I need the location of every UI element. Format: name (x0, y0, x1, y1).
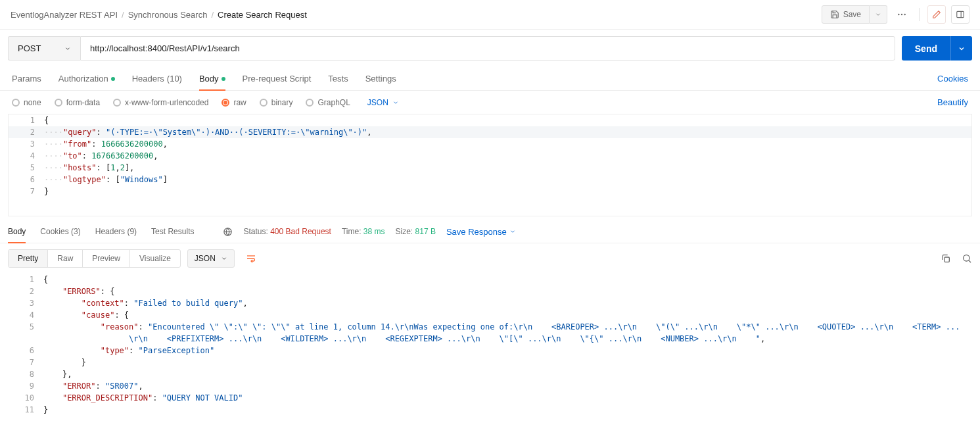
wrap-toggle[interactable] (241, 249, 261, 268)
resp-tab-body[interactable]: Body (8, 220, 26, 243)
panel-icon (956, 10, 965, 19)
chevron-down-icon (509, 228, 516, 235)
method-select[interactable]: POST (8, 36, 80, 61)
svg-line-10 (969, 260, 971, 262)
breadcrumb-current: Create Search Request (218, 10, 307, 20)
tab-body[interactable]: Body (199, 67, 225, 90)
chevron-down-icon (392, 99, 399, 106)
svg-point-9 (964, 255, 969, 261)
resp-tab-tests[interactable]: Test Results (151, 220, 194, 243)
tab-settings[interactable]: Settings (365, 67, 396, 90)
body-type-urlencoded[interactable]: x-www-form-urlencoded (113, 98, 208, 107)
response-format-select[interactable]: JSON (187, 249, 235, 268)
chevron-down-icon (875, 11, 881, 18)
body-type-formdata[interactable]: form-data (55, 98, 100, 107)
body-type-none[interactable]: none (12, 98, 41, 107)
view-visualize[interactable]: Visualize (130, 250, 180, 267)
chevron-down-icon (64, 45, 71, 52)
dots-icon (897, 9, 907, 20)
save-label: Save (843, 10, 861, 19)
response-body-editor[interactable]: 1{ 2 "ERRORS": { 3 "context": "Failed to… (8, 274, 972, 416)
chevron-down-icon (221, 255, 227, 262)
request-tabs: Params Authorization Headers (10) Body P… (0, 67, 980, 91)
response-toolbar: Pretty Raw Preview Visualize JSON (0, 243, 980, 274)
radio-icon (306, 99, 314, 107)
url-input[interactable] (80, 36, 895, 61)
more-menu-button[interactable] (893, 5, 911, 24)
time-meta: Time: 38 ms (342, 227, 385, 236)
app-header: EventlogAnalyzer REST API / Synchronous … (0, 0, 980, 30)
resp-tab-headers[interactable]: Headers (9) (95, 220, 137, 243)
tab-params[interactable]: Params (12, 67, 41, 90)
breadcrumb-separator: / (211, 10, 214, 20)
svg-point-0 (898, 14, 899, 15)
view-pretty[interactable]: Pretty (9, 250, 48, 267)
method-value: POST (18, 43, 41, 53)
save-response-button[interactable]: Save Response (446, 227, 516, 237)
svg-point-1 (901, 14, 902, 15)
body-type-graphql[interactable]: GraphQL (306, 98, 350, 107)
copy-icon[interactable] (941, 253, 951, 264)
save-icon (830, 10, 839, 19)
search-icon[interactable] (962, 253, 972, 264)
status-meta: Status: 400 Bad Request (243, 227, 331, 236)
cookies-link[interactable]: Cookies (937, 74, 968, 84)
tab-prerequest[interactable]: Pre-request Script (243, 67, 312, 90)
save-dropdown[interactable] (870, 5, 887, 24)
body-format-row: none form-data x-www-form-urlencoded raw… (0, 91, 980, 114)
edit-mode-button[interactable] (927, 5, 946, 24)
radio-icon (260, 99, 268, 107)
comments-button[interactable] (951, 5, 969, 24)
svg-rect-8 (945, 257, 949, 262)
svg-point-2 (904, 14, 905, 15)
status-dot-icon (111, 77, 115, 81)
divider (919, 8, 920, 21)
radio-icon (55, 99, 62, 107)
raw-format-select[interactable]: JSON (367, 98, 399, 107)
wrap-icon (246, 253, 256, 264)
body-type-binary[interactable]: binary (260, 98, 293, 107)
breadcrumb-root[interactable]: EventlogAnalyzer REST API (11, 10, 118, 20)
view-raw[interactable]: Raw (48, 250, 83, 267)
response-meta: Status: 400 Bad Request Time: 38 ms Size… (223, 227, 515, 237)
body-type-raw[interactable]: raw (222, 98, 246, 107)
radio-icon (222, 99, 229, 107)
svg-rect-3 (957, 11, 964, 17)
status-dot-icon (222, 77, 225, 81)
beautify-link[interactable]: Beautify (937, 97, 968, 107)
globe-icon (223, 227, 233, 237)
request-row: POST Send (0, 30, 980, 67)
view-mode-segment: Pretty Raw Preview Visualize (8, 249, 181, 268)
breadcrumb: EventlogAnalyzer REST API / Synchronous … (11, 10, 307, 20)
radio-icon (113, 99, 121, 107)
size-meta: Size: 817 B (396, 227, 436, 236)
header-actions: Save (822, 5, 969, 24)
tab-tests[interactable]: Tests (328, 67, 348, 90)
send-dropdown[interactable] (950, 36, 972, 61)
response-tabs: Body Cookies (3) Headers (9) Test Result… (0, 220, 980, 243)
tab-headers[interactable]: Headers (10) (132, 67, 182, 90)
save-button[interactable]: Save (822, 5, 870, 24)
request-body-editor[interactable]: 1{ 2····"query": "(·TYPE:=·\"System\"·)·… (8, 114, 972, 216)
tab-authorization[interactable]: Authorization (58, 67, 115, 90)
pencil-icon (932, 10, 941, 19)
breadcrumb-mid[interactable]: Synchronous Search (128, 10, 208, 20)
chevron-down-icon (958, 45, 966, 53)
send-button[interactable]: Send (902, 36, 950, 61)
resp-tab-cookies[interactable]: Cookies (3) (40, 220, 80, 243)
breadcrumb-separator: / (122, 10, 124, 20)
radio-icon (12, 99, 20, 107)
view-preview[interactable]: Preview (83, 250, 130, 267)
